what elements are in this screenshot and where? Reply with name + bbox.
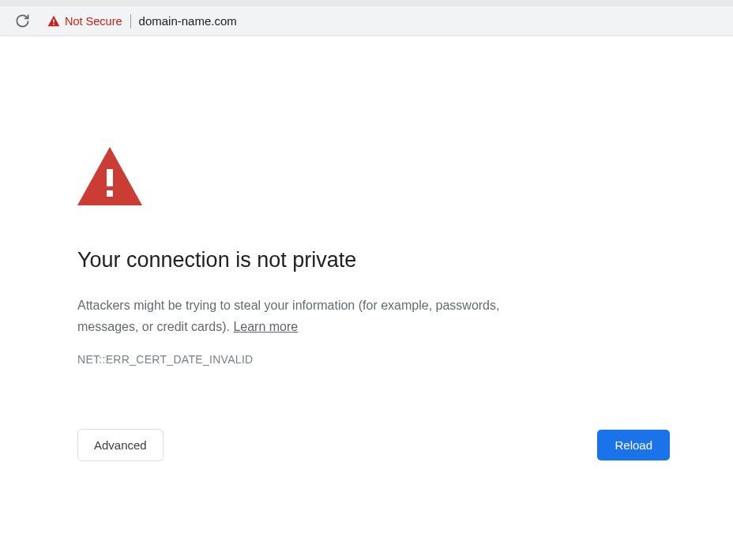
not-secure-label: Not Secure bbox=[65, 15, 122, 28]
svg-rect-3 bbox=[107, 190, 113, 197]
address-input[interactable]: Not Secure domain-name.com bbox=[41, 9, 733, 33]
svg-rect-2 bbox=[107, 169, 113, 186]
domain-text: domain-name.com bbox=[139, 14, 237, 28]
reload-page-button[interactable]: Reload bbox=[597, 430, 670, 460]
button-row: Advanced Reload bbox=[77, 429, 670, 461]
reload-button[interactable] bbox=[9, 9, 35, 34]
page-title: Your connection is not private bbox=[77, 248, 523, 272]
warning-triangle-icon bbox=[47, 15, 60, 27]
learn-more-link[interactable]: Learn more bbox=[233, 320, 298, 333]
window-top-border bbox=[0, 0, 733, 6]
advanced-button[interactable]: Advanced bbox=[77, 429, 164, 461]
error-page-content: Your connection is not private Attackers… bbox=[0, 36, 600, 461]
svg-rect-0 bbox=[53, 20, 55, 23]
error-description: Attackers might be trying to steal your … bbox=[77, 295, 523, 337]
browser-address-bar: Not Secure domain-name.com bbox=[0, 6, 733, 36]
address-separator bbox=[130, 14, 131, 28]
large-warning-icon bbox=[77, 147, 523, 209]
error-code: NET::ERR_CERT_DATE_INVALID bbox=[77, 353, 523, 366]
svg-rect-1 bbox=[53, 24, 55, 25]
security-indicator[interactable]: Not Secure bbox=[47, 15, 122, 28]
reload-icon bbox=[15, 13, 30, 28]
